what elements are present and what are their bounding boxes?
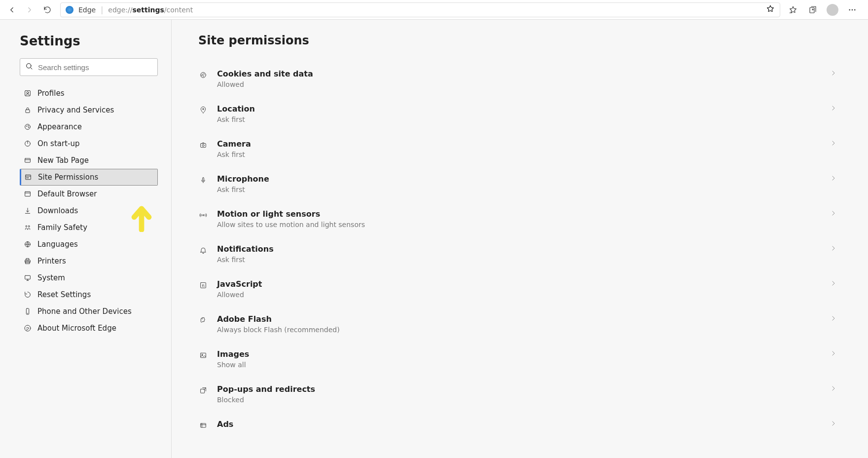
location-icon <box>198 105 208 115</box>
sidebar-item-printers[interactable]: Printers <box>20 253 158 269</box>
sidebar-item-label: Site Permissions <box>38 173 98 182</box>
svg-point-32 <box>203 109 204 110</box>
permission-title: Adobe Flash <box>217 314 826 324</box>
favorite-star-icon[interactable] <box>766 4 775 15</box>
permission-title: Camera <box>217 139 826 149</box>
sidebar-item-appearance[interactable]: Appearance <box>20 118 158 135</box>
permission-row-ads[interactable]: Ads <box>198 412 841 439</box>
profile-avatar[interactable] <box>824 1 841 19</box>
site-icon <box>24 173 32 181</box>
svg-point-4 <box>27 64 31 68</box>
chevron-right-icon <box>826 209 841 219</box>
permission-row-notifications[interactable]: NotificationsAsk first <box>198 236 841 271</box>
sidebar-item-phone[interactable]: Phone and Other Devices <box>20 303 158 320</box>
settings-sidebar: Settings ProfilesPrivacy and ServicesApp… <box>0 20 172 458</box>
sidebar-item-family[interactable]: Family Safety <box>20 219 158 236</box>
permission-body: MicrophoneAsk first <box>217 174 826 193</box>
lock-icon <box>24 106 32 114</box>
permission-title: Pop-ups and redirects <box>217 384 826 394</box>
permission-row-images[interactable]: ImagesShow all <box>198 342 841 377</box>
url-text: edge://settings/content <box>108 6 193 14</box>
permission-subtitle: Ask first <box>217 256 826 264</box>
svg-point-10 <box>28 125 29 126</box>
sidebar-item-label: Downloads <box>37 206 78 215</box>
svg-point-27 <box>201 73 206 78</box>
permission-title: Cookies and site data <box>217 69 826 78</box>
permission-row-flash[interactable]: Adobe FlashAlways block Flash (recommend… <box>198 306 841 342</box>
permission-title: Images <box>217 349 826 359</box>
svg-point-29 <box>204 74 204 74</box>
address-bar[interactable]: Edge | edge://settings/content <box>60 2 780 17</box>
sidebar-item-system[interactable]: System <box>20 269 158 286</box>
permission-subtitle: Show all <box>217 361 826 369</box>
sidebar-item-label: New Tab Page <box>37 156 89 165</box>
search-icon <box>25 62 33 72</box>
edge-logo-icon <box>66 6 73 14</box>
svg-point-6 <box>27 92 29 94</box>
sidebar-item-startup[interactable]: On start-up <box>20 135 158 152</box>
chevron-right-icon <box>826 420 841 429</box>
sidebar-item-about[interactable]: About Microsoft Edge <box>20 320 158 337</box>
permission-subtitle: Allowed <box>217 80 826 88</box>
permission-subtitle: Always block Flash (recommended) <box>217 326 826 334</box>
svg-point-15 <box>27 178 27 178</box>
sidebar-item-label: System <box>37 273 65 282</box>
permission-row-popups[interactable]: Pop-ups and redirectsBlocked <box>198 377 841 412</box>
svg-rect-38 <box>201 353 206 357</box>
puzzle-icon <box>198 315 208 325</box>
lang-icon <box>24 240 32 248</box>
svg-point-1 <box>849 9 850 10</box>
settings-search-box[interactable] <box>20 58 158 76</box>
sidebar-item-label: Phone and Other Devices <box>37 307 132 316</box>
svg-rect-0 <box>810 7 814 13</box>
power-icon <box>24 140 32 148</box>
mic-icon <box>198 175 208 185</box>
sidebar-item-default-browser[interactable]: Default Browser <box>20 186 158 202</box>
svg-point-8 <box>25 124 31 130</box>
permission-body: JavaScriptAllowed <box>217 279 826 299</box>
system-icon <box>24 274 32 282</box>
refresh-button[interactable] <box>38 1 56 19</box>
cookie-icon <box>198 70 208 80</box>
svg-point-39 <box>202 354 203 355</box>
forward-button[interactable] <box>21 1 38 19</box>
js-icon <box>198 280 208 290</box>
sidebar-item-label: Default Browser <box>37 190 97 198</box>
site-identity-label: Edge <box>78 6 96 14</box>
address-separator: | <box>101 5 103 14</box>
sidebar-item-downloads[interactable]: Downloads <box>20 202 158 219</box>
svg-point-31 <box>202 76 202 76</box>
chevron-right-icon <box>826 104 841 114</box>
permission-title: JavaScript <box>217 279 826 289</box>
sidebar-item-site-permissions[interactable]: Site Permissions <box>20 169 158 186</box>
sidebar-item-profiles[interactable]: Profiles <box>20 85 158 102</box>
permission-row-cookies[interactable]: Cookies and site dataAllowed <box>198 61 841 96</box>
chevron-right-icon <box>826 349 841 359</box>
chevron-right-icon <box>826 384 841 394</box>
settings-search-input[interactable] <box>38 63 152 72</box>
sidebar-item-label: Appearance <box>37 122 82 131</box>
motion-icon <box>198 210 208 220</box>
more-menu-icon[interactable] <box>843 1 861 19</box>
sidebar-item-languages[interactable]: Languages <box>20 236 158 253</box>
permission-row-microphone[interactable]: MicrophoneAsk first <box>198 166 841 201</box>
palette-icon <box>24 123 32 131</box>
permission-row-location[interactable]: LocationAsk first <box>198 96 841 131</box>
svg-point-26 <box>25 325 31 331</box>
collections-icon[interactable] <box>804 1 822 19</box>
permission-row-motion[interactable]: Motion or light sensorsAllow sites to us… <box>198 201 841 236</box>
chevron-right-icon <box>826 174 841 184</box>
favorites-list-icon[interactable] <box>784 1 802 19</box>
permission-row-camera[interactable]: CameraAsk first <box>198 131 841 166</box>
sidebar-item-newtab[interactable]: New Tab Page <box>20 152 158 169</box>
svg-rect-24 <box>25 275 31 279</box>
sidebar-item-label: Printers <box>37 257 66 266</box>
permission-row-javascript[interactable]: JavaScriptAllowed <box>198 271 841 306</box>
sidebar-item-label: Family Safety <box>37 223 87 232</box>
svg-point-18 <box>26 226 27 227</box>
sidebar-item-reset[interactable]: Reset Settings <box>20 286 158 303</box>
svg-point-28 <box>202 74 202 75</box>
sidebar-item-privacy[interactable]: Privacy and Services <box>20 102 158 118</box>
svg-point-19 <box>28 226 30 227</box>
back-button[interactable] <box>3 1 21 19</box>
